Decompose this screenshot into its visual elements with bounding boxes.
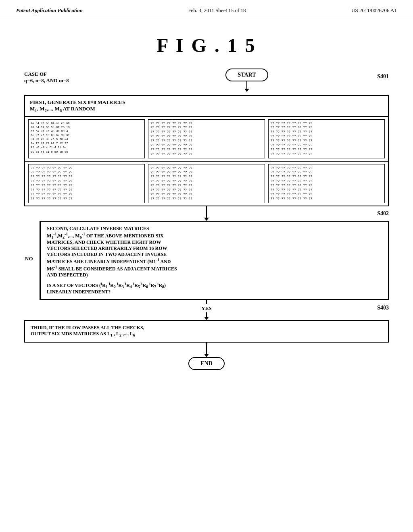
matrix6: ?? ?? ?? ?? ?? ?? ?? ?? ?? ?? ?? ?? ?? ?… <box>268 164 385 203</box>
no-label: NO <box>25 256 33 262</box>
step-s403: S403 <box>377 305 389 311</box>
step-s402: S402 <box>377 210 389 217</box>
step-s401: S401 <box>377 73 389 80</box>
page-header: Patent Application Publication Feb. 3, 2… <box>0 0 413 18</box>
arrow-start-to-box1 <box>244 81 249 92</box>
figure-title: F I G . 1 5 <box>24 34 389 56</box>
step2-box: SECOND, CALCULATE INVERSE MATRICES M1-1,… <box>40 221 389 300</box>
arrow-box3-to-end <box>24 343 389 357</box>
matrix4: ?? ?? ?? ?? ?? ?? ?? ?? ?? ?? ?? ?? ?? ?… <box>28 164 145 203</box>
matrix1: 9a b4 d3 5d 84 ae cc b9 20 34 39 60 5e 8… <box>28 119 145 158</box>
step1-box: FIRST, GENERATE SIX 8×8 MATRICES M1, M2,… <box>24 95 389 117</box>
start-bubble: START <box>225 69 268 81</box>
main-content: F I G . 1 5 CASE OF q=6, n=8, AND m=8 ST… <box>0 18 413 378</box>
yes-label: YES <box>201 305 211 312</box>
step2-section: NO SECOND, CALCULATE INVERSE MATRICES M1… <box>24 221 389 300</box>
header-date-sheet: Feb. 3, 2011 Sheet 15 of 18 <box>188 7 246 14</box>
no-arrow: NO <box>24 221 40 300</box>
matrix3: ?? ?? ?? ?? ?? ?? ?? ?? ?? ?? ?? ?? ?? ?… <box>268 119 385 158</box>
header-publication: Patent Application Publication <box>16 7 83 14</box>
case-label: CASE OF q=6, n=8, AND m=8 <box>24 71 105 84</box>
step1-title-line1: FIRST, GENERATE SIX 8×8 MATRICES <box>30 99 383 106</box>
header-patent-number: US 2011/0026706 A1 <box>351 7 397 14</box>
step1-title-line2: M1, M2,..., M6 AT RANDOM <box>30 106 383 113</box>
matrix2: ?? ?? ?? ?? ?? ?? ?? ?? ?? ?? ?? ?? ?? ?… <box>148 119 265 158</box>
end-section: END <box>24 357 389 370</box>
arrow-box2-to-box3: YES S403 <box>24 300 389 320</box>
flowchart: CASE OF q=6, n=8, AND m=8 START S401 FIR… <box>24 69 389 370</box>
step3-box: THIRD, IF THE FLOW PASSES ALL THE CHECKS… <box>24 320 389 342</box>
arrow-box1-to-box2: S402 <box>24 206 389 221</box>
matrix5: ?? ?? ?? ?? ?? ?? ?? ?? ?? ?? ?? ?? ?? ?… <box>148 164 265 203</box>
end-bubble: END <box>188 357 225 370</box>
